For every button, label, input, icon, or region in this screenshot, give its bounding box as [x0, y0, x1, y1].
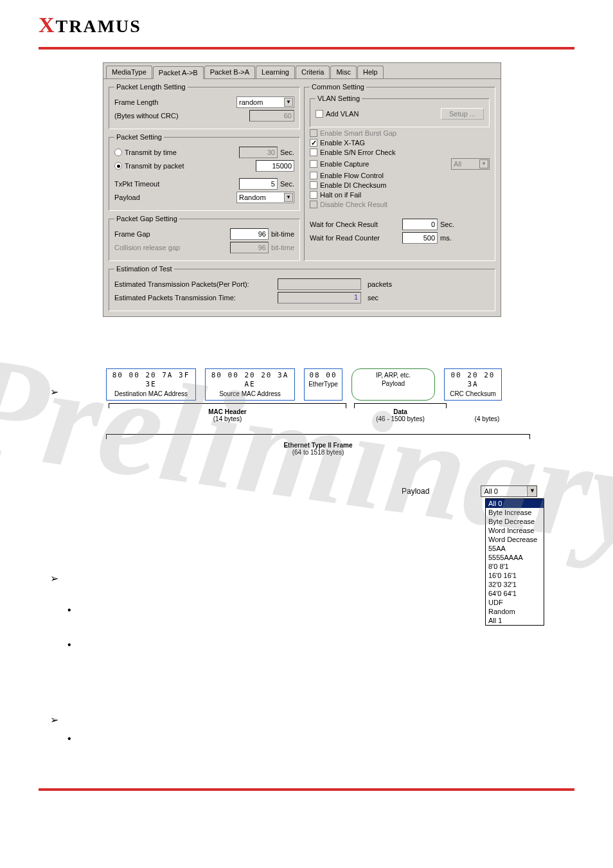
transmit-by-packet-input[interactable] — [256, 160, 294, 172]
vlan-setup-button[interactable]: Setup ... — [441, 108, 484, 120]
sec-unit-2: Sec. — [280, 180, 294, 188]
wait-read-unit: ms. — [440, 234, 452, 242]
vlan-group: VLAN Setting Add VLAN Setup ... — [310, 95, 490, 127]
sec-unit: Sec. — [280, 149, 294, 156]
chevron-down-icon: ▼ — [284, 193, 293, 202]
frame-gap-input[interactable] — [230, 228, 269, 240]
enable-sn-checkbox[interactable] — [310, 149, 317, 156]
mac-header-label: MAC Header — [208, 408, 246, 415]
transmit-by-time-label: Transmit by time — [125, 149, 236, 156]
wait-read-input[interactable] — [402, 232, 438, 244]
halt-fail-label: Halt on if Fail — [320, 191, 361, 199]
frame-length-select[interactable]: random ▼ — [236, 96, 294, 108]
payload-option[interactable]: All 0 — [486, 499, 544, 508]
ethertype-cell: 08 00 EtherType — [304, 368, 342, 401]
txpkt-timeout-input[interactable] — [239, 178, 278, 190]
sec-unit: sec — [368, 294, 378, 302]
transmit-by-packet-radio[interactable] — [114, 162, 122, 170]
crc-bytes: (4 bytes) — [452, 415, 522, 422]
bullet-dot-icon: • — [67, 639, 71, 651]
tab-strip: MediaType Packet A->B Packet B->A Learni… — [103, 63, 501, 78]
payload-option[interactable]: Word Increase — [486, 526, 544, 535]
ethertype-label: EtherType — [308, 380, 338, 388]
add-vlan-checkbox[interactable] — [315, 110, 323, 118]
wait-read-label: Wait for Read Counter — [310, 234, 400, 242]
vlan-legend: VLAN Setting — [315, 95, 362, 102]
enable-di-checkbox[interactable] — [310, 181, 317, 189]
collision-release-input — [230, 242, 269, 253]
payload-label: Payload — [114, 194, 234, 201]
payload-dropdown-figure: Payload All 0 ▼ All 0 Byte Increase Byte… — [402, 485, 544, 626]
payload-option[interactable]: 16'0 16'1 — [486, 571, 544, 580]
bit-time-unit-2: bit-time — [271, 244, 294, 251]
tab-criteria[interactable]: Criteria — [296, 66, 330, 78]
payload-option[interactable]: All 1 — [486, 616, 544, 625]
logo-text: TRAMUS — [56, 16, 141, 36]
estimation-legend: Estimation of Test — [114, 265, 174, 273]
transmit-by-time-radio[interactable] — [114, 149, 122, 156]
dest-mac-hex: 80 00 20 7A 3F 3E — [111, 371, 191, 390]
bullet-arrow-icon: ➢ — [50, 714, 58, 726]
bit-time-unit: bit-time — [271, 230, 294, 238]
payload-option[interactable]: 32'0 32'1 — [486, 580, 544, 589]
src-mac-hex: 80 00 20 20 3A AE — [209, 371, 290, 390]
enable-capture-checkbox[interactable] — [310, 160, 317, 168]
packet-length-legend: Packet Length Setting — [114, 83, 188, 91]
full-frame-bytes: (64 to 1518 bytes) — [106, 449, 530, 456]
dest-mac-cell: 80 00 20 7A 3F 3E Destination MAC Addres… — [106, 368, 196, 401]
tab-mediatype[interactable]: MediaType — [106, 66, 152, 78]
data-label: Data — [393, 408, 407, 415]
wait-check-input[interactable] — [402, 219, 438, 230]
packet-gap-group: Packet Gap Setting Frame Gap bit-time Co… — [109, 215, 300, 261]
payload-option[interactable]: Byte Decrease — [486, 517, 544, 526]
packets-unit: packets — [368, 280, 392, 288]
est-time-label: Estimated Packets Transmission Time: — [114, 294, 275, 302]
common-setting-group: Common Setting VLAN Setting Add VLAN Set… — [304, 83, 495, 261]
payload-select[interactable]: Random ▼ — [236, 192, 294, 203]
payload-option[interactable]: 64'0 64'1 — [486, 589, 544, 598]
payload-option[interactable]: Byte Increase — [486, 508, 544, 517]
chevron-down-icon: ▼ — [284, 98, 293, 107]
enable-di-label: Enable DI Checksum — [320, 181, 386, 189]
payload-option[interactable]: UDF — [486, 598, 544, 607]
enable-xtag-checkbox[interactable] — [310, 139, 317, 147]
tab-learning[interactable]: Learning — [256, 66, 295, 78]
payload-label: Payload — [362, 379, 424, 388]
payload-option[interactable]: Word Decrease — [486, 535, 544, 544]
tab-misc[interactable]: Misc — [330, 66, 357, 78]
payload-option[interactable]: 8'0 8'1 — [486, 562, 544, 571]
bullet-arrow-icon: ➢ — [50, 386, 58, 398]
payload-fig-value: All 0 — [481, 487, 527, 496]
logo-x: X — [39, 13, 56, 37]
enable-xtag-label: Enable X-TAG — [320, 139, 365, 147]
ethertype-hex: 08 00 — [308, 371, 338, 380]
enable-flow-checkbox[interactable] — [310, 172, 317, 179]
frame-length-label: Frame Length — [114, 98, 234, 106]
tab-help[interactable]: Help — [357, 66, 384, 78]
tab-packet-ab[interactable]: Packet A->B — [153, 66, 204, 79]
packet-gap-legend: Packet Gap Setting — [114, 215, 179, 222]
tab-packet-ba[interactable]: Packet B->A — [204, 66, 255, 78]
frame-length-value: random — [239, 98, 263, 106]
logo: XTRAMUS — [39, 13, 574, 37]
payload-option[interactable]: 5555AAAA — [486, 553, 544, 562]
settings-dialog: MediaType Packet A->B Packet B->A Learni… — [103, 62, 501, 317]
payload-fig-select[interactable]: All 0 ▼ — [481, 485, 537, 497]
full-frame-label: Ethernet Type II Frame — [283, 442, 352, 449]
enable-smart-burst-label: Enable Smart Burst Gap — [320, 129, 396, 137]
txpkt-timeout-label: TxPkt Timeout — [114, 180, 236, 188]
chevron-down-icon: ▼ — [479, 159, 488, 168]
crc-label: CRC Checksum — [449, 390, 497, 398]
payload-top: IP, ARP, etc. — [362, 371, 424, 379]
payload-option-list[interactable]: All 0 Byte Increase Byte Decrease Word I… — [485, 498, 544, 626]
payload-option[interactable]: 55AA — [486, 544, 544, 553]
src-mac-cell: 80 00 20 20 3A AE Source MAC Address — [205, 368, 295, 401]
capture-value: All — [454, 160, 461, 168]
footer-divider — [39, 788, 574, 791]
payload-option[interactable]: Random — [486, 607, 544, 616]
page-header: XTRAMUS — [0, 0, 613, 44]
payload-cell: IP, ARP, etc. Payload — [351, 368, 435, 401]
payload-fig-label: Payload — [402, 487, 429, 496]
halt-fail-checkbox[interactable] — [310, 191, 317, 199]
disable-check-checkbox — [310, 201, 317, 208]
